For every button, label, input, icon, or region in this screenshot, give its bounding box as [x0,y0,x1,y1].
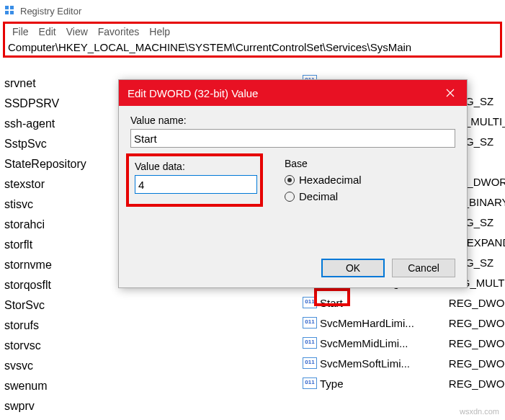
tree-item[interactable]: storqosflt [3,275,118,295]
value-type: G_SZ [465,95,493,107]
tree-item[interactable]: storahci [3,215,118,235]
radio-hexadecimal[interactable]: Hexadecimal [285,174,362,186]
regedit-icon [4,5,16,17]
tree-item[interactable]: stornvme [3,255,118,275]
list-row[interactable]: 011SvcMemHardLimi...REG_DWOR [303,313,505,333]
tree-item[interactable]: svsvc [3,356,118,376]
base-label: Base [285,158,362,169]
menu-edit[interactable]: Edit [35,26,61,37]
value-name: SvcMemMidLimi... [320,337,449,349]
list-row[interactable]: 011SvcMemSoftLimi...REG_DWOR [303,353,505,373]
svg-rect-0 [5,6,9,9]
tree-item[interactable]: StateRepository [3,154,118,174]
radio-dec-label: Decimal [299,190,338,202]
value-name: SvcMemSoftLimi... [320,357,449,370]
highlight-box-start: Start [314,288,350,306]
value-type: G_SZ [465,256,493,269]
address-bar[interactable]: Computer\HKEY_LOCAL_MACHINE\SYSTEM\Curre… [3,39,502,58]
value-type: REG_DWOR [449,377,505,390]
edit-dword-dialog: Edit DWORD (32-bit) Value Value name: Va… [118,79,468,288]
tree-item[interactable]: SSDPSRV [3,94,118,114]
menu-view[interactable]: View [62,26,92,37]
window-titlebar: Registry Editor [0,0,505,22]
value-name-label: Value name: [130,115,455,126]
highlight-box-value-data: Value data: [126,153,263,207]
tree-item[interactable]: StorSvc [3,295,118,316]
list-row[interactable]: 011SvcMemMidLimi...REG_DWOR [303,333,505,353]
dword-value-icon: 011 [303,377,317,389]
tree-item[interactable]: ssh-agent [3,114,118,134]
value-name: SvcMemHardLimi... [320,317,449,329]
close-button[interactable] [434,80,467,106]
value-type: REG_DWOR [449,337,505,349]
value-type: REG_DWOR [449,297,505,309]
tree-item[interactable]: stexstor [3,174,118,195]
radio-decimal[interactable]: Decimal [285,190,362,202]
tree-item[interactable]: srvnet [3,73,118,94]
key-tree[interactable]: srvnet SSDPSRV ssh-agent SstpSvc StateRe… [0,71,118,420]
base-group: Base Hexadecimal Decimal [285,158,362,207]
value-name: Type [320,377,449,390]
tree-item[interactable]: storvsc [3,336,118,356]
window-title: Registry Editor [20,6,81,17]
value-data-input[interactable] [135,175,257,194]
value-type: G_SZ [465,135,493,148]
dialog-titlebar: Edit DWORD (32-bit) Value [119,80,467,106]
dword-value-icon: 011 [303,337,317,349]
close-icon [446,89,455,97]
menu-help[interactable]: Help [145,26,174,37]
tree-item[interactable]: swenum [3,376,118,396]
cancel-button[interactable]: Cancel [392,259,455,277]
value-type: G_SZ [465,216,493,228]
watermark: wsxdn.com [460,407,499,416]
value-data-label: Value data: [135,161,254,172]
tree-item[interactable]: storflt [3,235,118,255]
value-type: REG_DWOR [449,317,505,329]
svg-rect-1 [10,6,14,9]
ok-button[interactable]: OK [321,259,385,277]
svg-rect-3 [10,11,14,14]
radio-hex-label: Hexadecimal [299,174,362,186]
value-type: REG_DWOR [449,357,505,370]
dialog-title: Edit DWORD (32-bit) Value [128,87,434,99]
menu-file[interactable]: File [8,26,33,37]
tree-item[interactable]: stisvc [3,195,118,215]
tree-item[interactable]: SstpSvc [3,134,118,154]
radio-icon [285,175,295,185]
value-name-input[interactable] [130,129,455,148]
list-row[interactable]: 011TypeREG_DWOR [303,373,505,393]
tree-item[interactable]: swprv [3,396,118,416]
dword-value-icon: 011 [303,317,317,329]
svg-rect-2 [5,11,9,14]
menu-favorites[interactable]: Favorites [94,26,144,37]
tree-item[interactable]: storufs [3,316,118,336]
menubar: File Edit View Favorites Help [3,22,502,39]
dword-value-icon: 011 [303,357,317,369]
radio-icon [285,192,295,202]
